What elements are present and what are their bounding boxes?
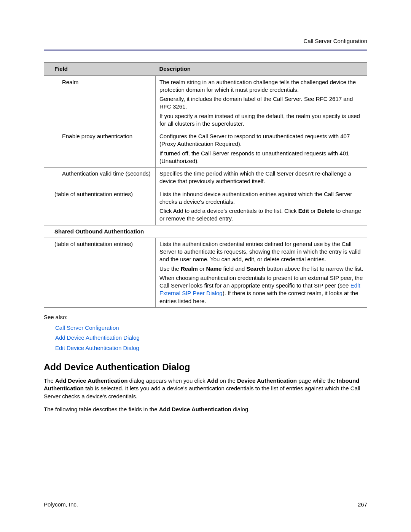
desc-text: Lists the authentication credential entr… — [159, 240, 363, 264]
link-edit-device-auth-dialog[interactable]: Edit Device Authentication Dialog — [55, 345, 139, 351]
desc-text: Click Add to add a device's credentials … — [159, 207, 363, 223]
page-header: Call Server Configuration — [0, 0, 411, 51]
footer-page-number: 267 — [358, 501, 367, 508]
desc-text: Use the Realm or Name field and Search b… — [159, 265, 363, 273]
section-label-outbound: Shared Outbound Authentication — [44, 225, 367, 238]
fields-table: Field Description Realm The realm string… — [44, 62, 367, 308]
table-row: Enable proxy authentication Configures t… — [44, 130, 367, 168]
page-footer: Polycom, Inc. 267 — [44, 501, 367, 508]
document-page: Call Server Configuration Field Descript… — [0, 0, 411, 532]
link-call-server-config[interactable]: Call Server Configuration — [55, 324, 119, 331]
see-also-links: Call Server Configuration Add Device Aut… — [55, 324, 367, 352]
field-name-realm: Realm — [44, 76, 156, 130]
section-paragraph: The following table describes the fields… — [44, 406, 367, 413]
footer-company: Polycom, Inc. — [44, 501, 78, 508]
desc-text: If you specify a realm instead of using … — [159, 112, 363, 128]
field-name-inbound-entries: (table of authentication entries) — [44, 188, 156, 225]
field-desc-auth-valid: Specifies the time period within which t… — [156, 168, 368, 188]
field-name-outbound-entries: (table of authentication entries) — [44, 238, 156, 308]
field-desc-outbound-entries: Lists the authentication credential entr… — [156, 238, 368, 308]
table-row: (table of authentication entries) Lists … — [44, 188, 367, 225]
desc-text: When choosing authentication credentials… — [159, 274, 363, 305]
field-name-enable-proxy: Enable proxy authentication — [44, 130, 156, 168]
table-row: (table of authentication entries) Lists … — [44, 238, 367, 308]
see-also-label: See also: — [44, 313, 367, 321]
table-row: Realm The realm string in an authenticat… — [44, 76, 367, 130]
table-section-row: Shared Outbound Authentication — [44, 225, 367, 238]
link-add-device-auth-dialog[interactable]: Add Device Authentication Dialog — [55, 334, 140, 341]
desc-text: The realm string in an authentication ch… — [159, 78, 363, 94]
desc-text: Specifies the time period within which t… — [159, 170, 363, 185]
section-paragraph: The Add Device Authentication dialog app… — [44, 377, 367, 400]
field-name-auth-valid: Authentication valid time (seconds) — [44, 168, 156, 188]
section-heading-add-device-auth: Add Device Authentication Dialog — [44, 361, 367, 373]
col-header-field: Field — [44, 62, 156, 75]
running-header: Call Server Configuration — [44, 37, 367, 45]
desc-text: Generally, it includes the domain label … — [159, 95, 363, 111]
desc-text: Configures the Call Server to respond to… — [159, 133, 363, 148]
table-header-row: Field Description — [44, 62, 367, 75]
desc-text: Lists the inbound device authentication … — [159, 190, 363, 206]
field-desc-enable-proxy: Configures the Call Server to respond to… — [156, 130, 368, 168]
col-header-description: Description — [156, 62, 368, 75]
after-table: See also: Call Server Configuration Add … — [44, 313, 367, 413]
table-row: Authentication valid time (seconds) Spec… — [44, 168, 367, 188]
desc-text: If turned off, the Call Server responds … — [159, 150, 363, 165]
page-content: Field Description Realm The realm string… — [0, 51, 411, 413]
field-desc-inbound-entries: Lists the inbound device authentication … — [156, 188, 368, 225]
field-desc-realm: The realm string in an authentication ch… — [156, 76, 368, 130]
